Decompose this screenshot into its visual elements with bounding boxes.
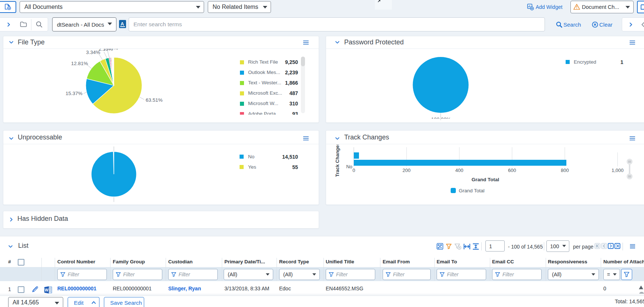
svg-text:12.81%: 12.81% [71, 61, 88, 66]
svg-text:400: 400 [455, 168, 464, 173]
svg-text:63.51%: 63.51% [146, 97, 163, 103]
svg-text:3.34%: 3.34% [86, 50, 100, 55]
svg-text:15.37%: 15.37% [65, 91, 82, 96]
svg-text:0: 0 [352, 168, 355, 173]
svg-text:1,000: 1,000 [611, 168, 624, 173]
svg-text:600: 600 [508, 168, 516, 173]
svg-text:Track Changes: Track Changes [335, 145, 340, 177]
svg-text:W: W [45, 288, 48, 292]
svg-text:0.64%: 0.64% [104, 49, 118, 51]
svg-text:No: No [346, 164, 352, 169]
svg-text:Grand Total: Grand Total [472, 177, 499, 182]
svg-text:Grand Total: Grand Total [459, 188, 485, 193]
svg-text:200: 200 [403, 168, 411, 173]
svg-text:800: 800 [561, 168, 569, 173]
